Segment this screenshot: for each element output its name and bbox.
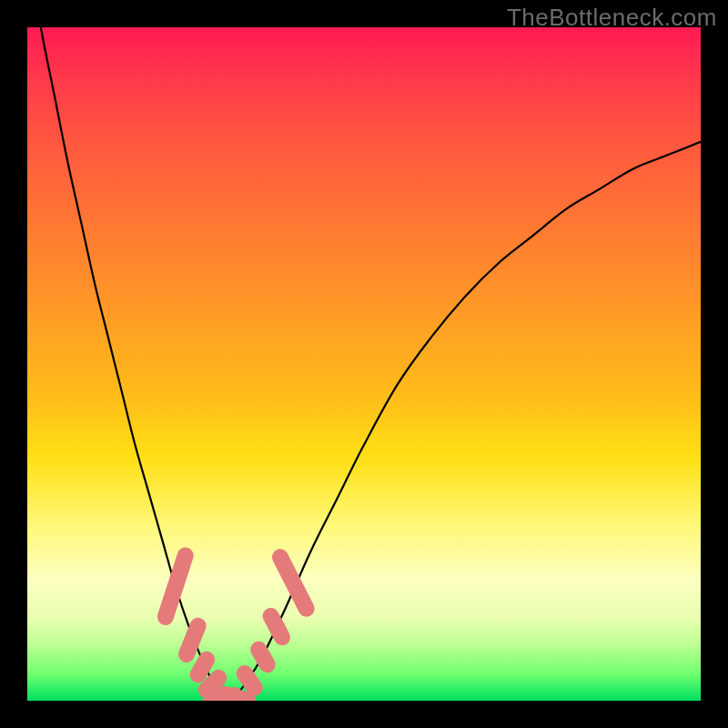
marker-dot	[269, 546, 318, 620]
plot-area	[27, 27, 701, 701]
bottleneck-curve	[27, 27, 701, 701]
curve-markers	[156, 545, 318, 701]
chart-frame: TheBottleneck.com	[0, 0, 728, 728]
curve-svg	[27, 27, 701, 701]
marker-dot	[259, 605, 293, 649]
marker-dot	[156, 545, 197, 627]
